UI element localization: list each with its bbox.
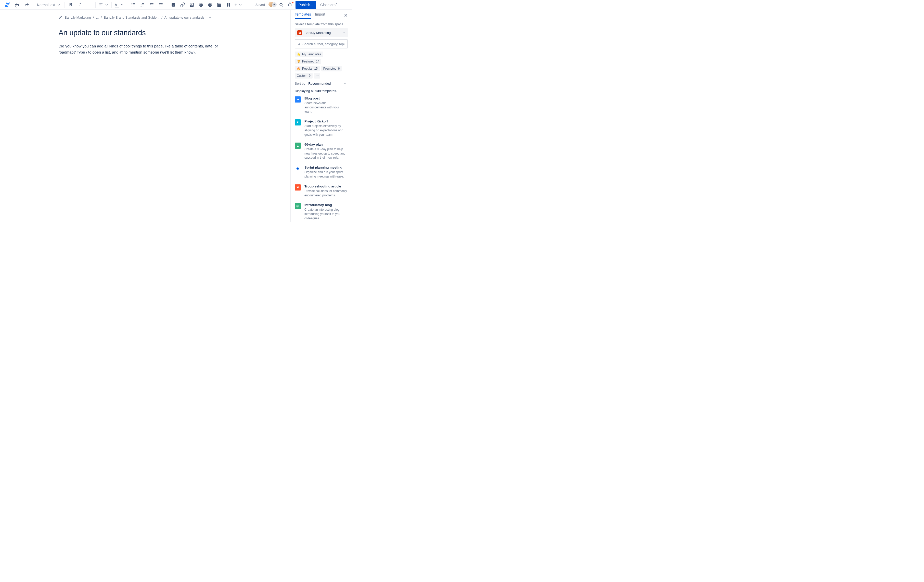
chip-promoted[interactable]: Promoted6 <box>321 66 342 71</box>
emoji-button[interactable] <box>206 1 214 9</box>
text-color-dropdown[interactable]: A <box>114 1 125 9</box>
template-item[interactable]: Troubleshooting articleProvide solutions… <box>295 184 348 198</box>
align-left-icon <box>99 3 103 7</box>
svg-rect-15 <box>150 3 153 4</box>
chip-featured[interactable]: 🏆Featured14 <box>295 59 321 64</box>
svg-rect-8 <box>133 6 135 7</box>
displaying-count: Displaying all 139 templates. <box>295 89 348 93</box>
find-replace-button[interactable] <box>277 1 285 9</box>
chip-more[interactable]: ⋯ <box>314 73 320 79</box>
page-title[interactable]: An update to our standards <box>59 28 232 37</box>
toolbar-separator <box>127 2 127 8</box>
template-title: Project Kickoff <box>304 119 348 123</box>
sort-dropdown[interactable]: Recommended <box>308 82 348 86</box>
svg-rect-33 <box>227 3 228 7</box>
space-name: Banc.ly Marketing <box>304 31 331 35</box>
breadcrumb-item[interactable]: An update to our standards <box>165 16 205 19</box>
bold-button[interactable]: B <box>67 1 75 9</box>
indent-button[interactable] <box>157 1 165 9</box>
table-button[interactable] <box>215 1 223 9</box>
more-actions-button[interactable]: ⋯ <box>342 1 350 9</box>
link-button[interactable] <box>178 1 186 9</box>
template-item[interactable]: Project KickoffStart projects effectivel… <box>295 119 348 137</box>
text-color-icon: A <box>115 3 119 7</box>
template-item[interactable]: 90-day planCreate a 90-day plan to help … <box>295 142 348 160</box>
bullet-list-button[interactable] <box>129 1 137 9</box>
insert-dropdown[interactable]: + <box>234 1 244 9</box>
chip-custom[interactable]: Custom9 <box>295 73 313 79</box>
restrictions-button[interactable] <box>287 2 294 8</box>
close-draft-button[interactable]: Close draft <box>318 1 340 9</box>
presence-avatar[interactable]: + <box>268 1 275 8</box>
template-item[interactable]: Introductory blogCreate an interesting b… <box>295 203 348 220</box>
template-description: Provide solutions for commonly encounter… <box>304 189 348 198</box>
chevron-down-icon <box>344 82 347 85</box>
category-chips: ⭐My Templates 🏆Featured14 🔥Popular15 Pro… <box>295 51 348 79</box>
template-icon <box>295 96 301 103</box>
saved-status: Saved <box>256 3 265 7</box>
image-button[interactable] <box>188 1 196 9</box>
svg-point-38 <box>298 43 300 45</box>
breadcrumb-item[interactable]: Banc.ly Brand Standards and Guide... <box>104 16 159 19</box>
template-list: Blog postShare news and announcements wi… <box>295 96 348 222</box>
more-formatting-button[interactable]: ⋯ <box>85 1 93 9</box>
toolbar-left: Normal text B I ⋯ A 123 + <box>2 1 243 9</box>
page-width-toggle[interactable]: ↔ <box>208 15 232 19</box>
chip-popular[interactable]: 🔥Popular15 <box>295 66 320 71</box>
svg-point-40 <box>297 145 298 146</box>
template-search-input[interactable] <box>302 42 345 46</box>
template-description: Create a 90-day plan to help new hires g… <box>304 147 348 160</box>
invite-plus-icon[interactable]: + <box>272 2 277 7</box>
publish-button[interactable]: Publish... <box>295 1 317 9</box>
template-item[interactable]: Blog postShare news and announcements wi… <box>295 96 348 114</box>
search-icon <box>297 42 300 46</box>
numbered-list-button[interactable]: 123 <box>139 1 147 9</box>
outdent-button[interactable] <box>148 1 156 9</box>
svg-line-43 <box>297 187 297 187</box>
svg-rect-18 <box>159 3 162 4</box>
template-icon <box>295 142 301 149</box>
template-description: Organize and run your sprint planning me… <box>304 170 348 179</box>
svg-line-36 <box>282 5 283 7</box>
redo-button[interactable] <box>22 1 31 9</box>
template-icon <box>295 119 301 126</box>
svg-rect-13 <box>142 5 144 5</box>
svg-point-26 <box>209 4 210 5</box>
svg-rect-21 <box>172 3 175 7</box>
sort-value: Recommended <box>308 82 331 86</box>
svg-text:3: 3 <box>140 5 141 7</box>
tab-templates[interactable]: Templates <box>295 12 311 19</box>
breadcrumb-separator: / <box>162 16 162 19</box>
svg-point-3 <box>131 3 132 4</box>
chip-my-templates[interactable]: ⭐My Templates <box>295 51 323 57</box>
svg-point-35 <box>280 3 282 6</box>
mention-button[interactable] <box>197 1 205 9</box>
toolbar-right: Saved + Publish... Close draft ⋯ <box>256 1 350 9</box>
fire-icon: 🔥 <box>297 67 300 70</box>
svg-point-5 <box>131 6 132 7</box>
svg-point-45 <box>297 205 299 207</box>
editor-area[interactable]: Banc.ly Marketing / ... / Banc.ly Brand … <box>0 10 290 222</box>
action-item-button[interactable] <box>169 1 177 9</box>
layouts-button[interactable] <box>224 1 233 9</box>
template-search[interactable] <box>295 39 348 48</box>
breadcrumb-item[interactable]: ... <box>96 16 99 19</box>
chevron-down-icon <box>105 3 108 7</box>
trophy-icon: 🏆 <box>297 60 300 63</box>
page-body-placeholder[interactable]: Did you know you can add all kinds of co… <box>59 43 232 55</box>
svg-rect-7 <box>133 5 135 5</box>
template-description: Share news and announcements with your t… <box>304 101 348 114</box>
plus-icon: + <box>234 3 238 7</box>
toolbar-separator <box>111 2 112 8</box>
breadcrumb-item[interactable]: Banc.ly Marketing <box>65 16 91 19</box>
alignment-dropdown[interactable] <box>97 1 109 9</box>
space-select[interactable]: ⊞ Banc.ly Marketing <box>295 28 348 37</box>
template-item[interactable]: Sprint planning meetingOrganize and run … <box>295 165 348 179</box>
undo-button[interactable] <box>13 1 21 9</box>
close-panel-button[interactable]: ✕ <box>344 13 348 18</box>
italic-button[interactable]: I <box>76 1 84 9</box>
confluence-logo-icon[interactable] <box>4 2 10 8</box>
text-style-dropdown[interactable]: Normal text <box>35 1 63 9</box>
svg-line-39 <box>299 45 300 45</box>
tab-import[interactable]: Import <box>315 12 325 19</box>
